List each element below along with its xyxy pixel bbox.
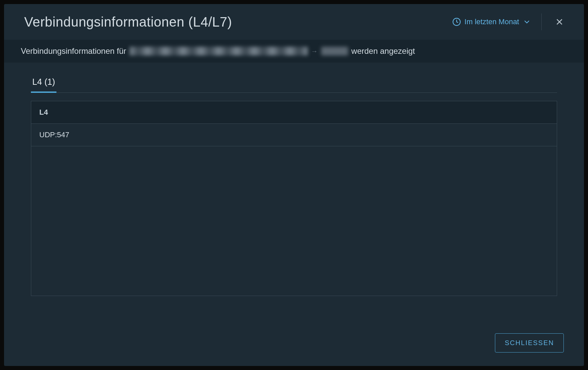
table-header-l4: L4 [31,101,557,124]
info-bar-prefix: Verbindungsinformationen für [21,46,126,56]
time-filter-dropdown[interactable]: Im letzten Monat [452,17,531,26]
clock-icon [452,17,461,26]
modal-content: L4 (1) L4 UDP:547 [4,63,584,323]
table-empty-space [31,146,557,296]
chevron-down-icon [522,17,531,26]
l4-table: L4 UDP:547 [31,101,557,296]
modal-header: Verbindungsinformationen (L4/L7) Im letz… [4,4,584,40]
tabs-container: L4 (1) [31,73,557,93]
header-actions: Im letzten Monat [452,13,567,30]
redacted-target [321,47,348,56]
modal-footer: SCHLIESSEN [4,323,584,366]
modal-title: Verbindungsinformationen (L4/L7) [24,14,232,30]
table-row: UDP:547 [31,124,557,146]
close-icon [554,17,564,27]
header-divider [541,13,542,30]
info-bar: Verbindungsinformationen für → werden an… [4,40,584,63]
tab-l4[interactable]: L4 (1) [31,73,56,92]
close-icon-button[interactable] [552,14,567,30]
time-filter-label: Im letzten Monat [464,17,519,26]
arrow-icon: → [311,47,318,55]
info-bar-suffix: werden angezeigt [351,46,415,56]
connection-info-modal: Verbindungsinformationen (L4/L7) Im letz… [4,4,584,366]
close-button[interactable]: SCHLIESSEN [495,333,564,353]
redacted-source [130,47,308,56]
